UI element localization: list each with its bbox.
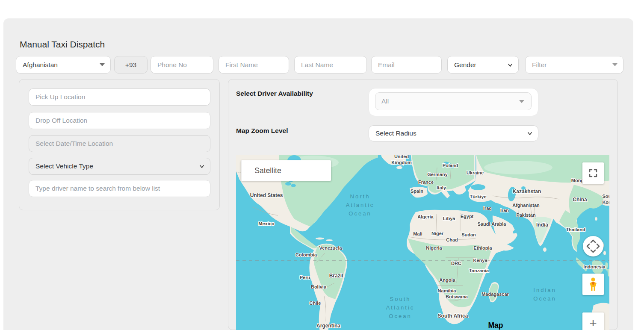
first-name-field-wrap [219,56,289,74]
page-title: Manual Taxi Dispatch [20,39,105,50]
country-label-south-korea: South Korea [602,194,609,206]
driver-search-wrap [29,180,210,197]
email-input[interactable] [372,56,441,73]
ocean-label-north-atlantic-ocean: North Atlantic Ocean [346,192,375,218]
dropoff-location-input[interactable] [29,112,210,129]
ocean-label-indian-ocean: Indian Ocean [533,286,556,303]
country-label-india: India [536,222,548,228]
country-label-argentina: Argentina [316,323,340,329]
country-label-madagascar: Madagascar [482,292,509,298]
manual-taxi-dispatch-page: Manual Taxi Dispatch Afghanistan +93 Gen… [0,0,644,330]
gender-select[interactable]: Gender [447,56,519,74]
fullscreen-icon [589,169,597,177]
country-label-namibia: Namibia [438,288,456,294]
country-label-iraq: Iraq [483,206,492,212]
email-field-wrap [371,56,442,74]
country-label-tanzania: Tanzania [469,268,489,274]
filter-select[interactable]: Filter [525,56,623,74]
country-label-t-rkiye: Türkiye [470,194,486,200]
pickup-field-wrap [29,88,210,106]
country-label-united-kingdom: United Kingdom [391,155,412,166]
country-label-saudi-arabia: Saudi Arabia [478,221,506,227]
country-label-niger: Niger [431,231,443,237]
dropoff-field-wrap [29,112,210,129]
driver-availability-label: Select Driver Availability [236,90,313,97]
driver-availability-value: All [381,97,389,105]
country-label-colombia: Colombia [295,252,317,258]
google-map[interactable]: United StatesMexicoVenezuelaColombiaPeru… [236,155,609,330]
pan-arrows-icon [585,239,601,254]
map-type-satellite-button[interactable]: Satellite [241,160,294,181]
country-label-kazakhstan: Kazakhstan [513,189,541,195]
last-name-field-wrap [294,56,367,74]
country-label-france: France [418,180,434,186]
datetime-input[interactable] [29,136,210,152]
ocean-label-south-atlantic-ocean: South Atlantic Ocean [386,295,415,321]
vehicle-type-value: Select Vehicle Type [35,162,93,170]
country-label-iran: Iran [500,208,509,214]
country-label-libya: Libya [443,216,455,222]
pan-control[interactable] [583,236,603,256]
country-select[interactable]: Afghanistan [16,56,111,74]
last-name-input[interactable] [295,56,366,73]
country-label-algeria: Algeria [417,214,433,220]
chevron-down-icon [508,62,513,68]
country-label-venezuela: Venezuela [319,245,342,251]
chevron-down-icon [527,131,532,136]
country-label-angola: Angola [439,277,455,283]
country-label-indonesia: Indonesia [583,264,605,270]
country-label-peru: Peru [300,275,310,281]
country-label-brazil: Brazil [329,273,343,279]
map-labels-layer: United StatesMexicoVenezuelaColombiaPeru… [236,155,609,330]
pegman-icon [588,277,598,291]
radius-select[interactable]: Select Radius [369,125,538,141]
caret-down-icon [100,63,105,66]
chevron-down-icon [199,164,204,169]
country-label-egypt: Egypt [461,214,474,220]
vehicle-type-select[interactable]: Select Vehicle Type [29,158,210,175]
fullscreen-button[interactable] [582,162,604,184]
pickup-location-input[interactable] [29,89,210,105]
country-label-thailand: Thailand [566,227,585,233]
country-label-china: China [573,197,587,203]
caret-down-icon [519,100,524,103]
country-label-ethiopia: Ethiopia [473,245,492,251]
datetime-field-wrap [29,135,210,152]
country-label-afghanistan: Afghanistan [512,203,540,209]
gender-select-value: Gender [454,61,476,69]
filter-placeholder: Filter [532,61,547,69]
country-label-poland: Poland [443,163,458,169]
country-label-mali: Mali [413,231,422,237]
driver-search-input[interactable] [29,180,210,197]
phone-input[interactable] [151,56,213,73]
map-type-map-button[interactable]: Map [477,315,514,330]
country-label-bolivia: Bolivia [311,284,326,290]
caret-down-icon [612,63,617,66]
country-label-botswana: Botswana [446,294,468,300]
country-label-mexico: Mexico [258,221,274,227]
country-label-sudan: Sudan [461,232,476,238]
country-label-nigeria: Nigeria [426,245,442,251]
country-label-united-states: United States [250,192,283,199]
country-label-chad: Chad [446,237,458,243]
dial-code-field: +93 [114,56,148,74]
zoom-in-button[interactable]: + [582,312,604,330]
map-zoom-level-label: Map Zoom Level [236,127,288,135]
country-select-value: Afghanistan [23,61,58,69]
driver-availability-select[interactable]: All [375,92,532,110]
dial-code-value: +93 [125,61,136,69]
country-label-drc: DRC [451,261,461,267]
country-label-germany: Germany [427,172,448,178]
first-name-input[interactable] [219,56,289,73]
country-label-ukraine: Ukraine [467,170,484,176]
country-label-italy: Italy [437,185,446,191]
country-label-south-africa: South Africa [438,313,468,319]
country-label-spain: Spain [411,189,423,194]
map-type-control: Map Satellite [241,160,331,181]
phone-field-wrap [151,56,213,74]
country-label-chile: Chile [310,301,321,306]
radius-select-value: Select Radius [375,130,417,137]
country-label-pakistan: Pakistan [516,212,535,218]
street-view-pegman-button[interactable] [582,274,604,295]
country-label-kenya: Kenya [473,258,487,264]
